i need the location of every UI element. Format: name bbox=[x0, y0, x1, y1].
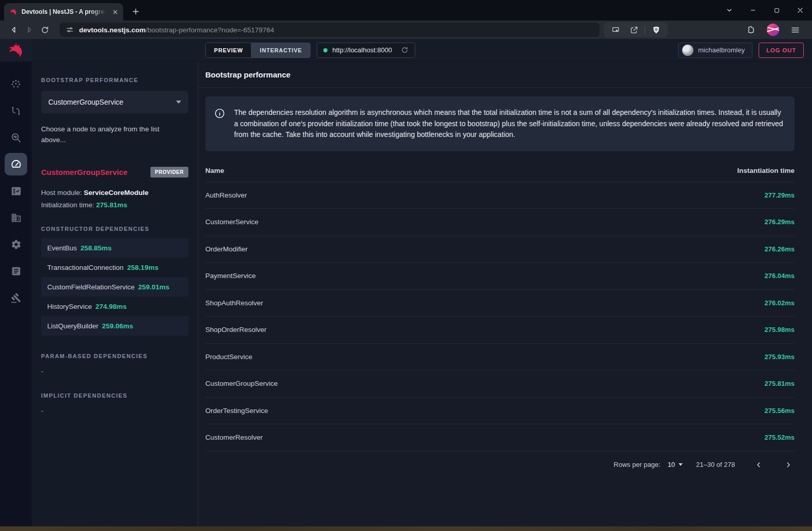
brave-shield-icon[interactable] bbox=[648, 23, 664, 37]
window-controls bbox=[718, 0, 812, 21]
node-meta: Host module: ServiceCoreModule Initializ… bbox=[41, 187, 188, 211]
target-url: http://localhost:8000 bbox=[332, 46, 392, 54]
url-path: /bootstrap-performance?node=-65179764 bbox=[146, 26, 274, 34]
init-time-label: Initialization time: bbox=[41, 201, 94, 209]
pagination: Rows per page: 10 21–30 of 278 bbox=[205, 451, 795, 478]
dependency-item[interactable]: TransactionalConnection 258.19ms bbox=[41, 258, 188, 277]
table-row[interactable]: ShopAuthResolver 276.02ms bbox=[205, 290, 795, 317]
screen: Devtools | NestJS - A progressive bbox=[0, 0, 812, 531]
panel-section-title: BOOTSTRAP PERFORMANCE bbox=[41, 77, 188, 83]
extensions-icon[interactable] bbox=[743, 23, 759, 37]
host-module-label: Host module: bbox=[41, 189, 82, 196]
app-header: PREVIEW INTERACTIVE http://localhost:800… bbox=[0, 39, 812, 62]
icon-sidebar bbox=[0, 62, 32, 526]
user-avatar bbox=[682, 45, 693, 56]
settings-icon[interactable] bbox=[5, 233, 27, 255]
tab-preview[interactable]: PREVIEW bbox=[206, 43, 251, 57]
table-row[interactable]: OrderTestingService 275.56ms bbox=[205, 398, 795, 425]
table-row[interactable]: CustomerResolver 275.52ms bbox=[205, 424, 795, 451]
table-body: AuthResolver 277.29ms CustomerService 27… bbox=[205, 182, 795, 451]
tab-search-chevron-icon[interactable] bbox=[718, 0, 741, 21]
docs-icon[interactable] bbox=[5, 260, 27, 282]
nestjs-favicon-icon bbox=[9, 8, 17, 16]
devtools-app: PREVIEW INTERACTIVE http://localhost:800… bbox=[0, 39, 812, 526]
browser-profile-avatar[interactable] bbox=[767, 24, 779, 36]
header-right: michaelbromley LOG OUT bbox=[678, 43, 812, 58]
bootstrap-performance-icon[interactable] bbox=[5, 153, 27, 175]
new-tab-button[interactable] bbox=[128, 4, 143, 18]
param-deps-value: - bbox=[41, 367, 188, 375]
toolbar-right bbox=[743, 23, 806, 37]
window-maximize-button[interactable] bbox=[765, 0, 788, 21]
reload-button[interactable] bbox=[37, 23, 52, 37]
table-row[interactable]: CustomerGroupService 275.81ms bbox=[205, 370, 795, 398]
page-title: Bootstrap performance bbox=[205, 70, 805, 79]
dependency-item[interactable]: HistoryService 274.98ms bbox=[41, 297, 188, 316]
mode-switcher: PREVIEW INTERACTIVE bbox=[205, 43, 311, 58]
info-box: The dependencies resolution algorithm is… bbox=[205, 96, 795, 151]
window-minimize-button[interactable] bbox=[741, 0, 765, 21]
back-button[interactable] bbox=[6, 23, 22, 37]
browser-tabstrip: Devtools | NestJS - A progressive bbox=[0, 0, 812, 21]
modules-icon[interactable] bbox=[5, 206, 27, 229]
dependency-item[interactable]: ListQueryBuilder 259.06ms bbox=[41, 316, 188, 336]
page-range: 21–30 of 278 bbox=[696, 461, 735, 468]
main-content: Bootstrap performance The dependencies r… bbox=[198, 62, 812, 526]
table-row[interactable]: OrderModifier 276.26ms bbox=[205, 236, 795, 263]
reading-list-icon[interactable] bbox=[608, 23, 623, 37]
menu-icon[interactable] bbox=[787, 23, 803, 37]
node-select-value: CustomerGroupService bbox=[48, 98, 123, 106]
table-row[interactable]: AuthResolver 277.29ms bbox=[205, 182, 795, 209]
host-module-value: ServiceCoreModule bbox=[84, 189, 148, 196]
refresh-target-icon[interactable] bbox=[401, 46, 409, 54]
browser-toolbar: devtools.nestjs.com/bootstrap-performanc… bbox=[0, 21, 812, 39]
provider-badge: PROVIDER bbox=[150, 167, 188, 178]
implicit-deps-title: IMPLICIT DEPENDENCIES bbox=[41, 392, 188, 399]
main-scroll: The dependencies resolution algorithm is… bbox=[198, 88, 812, 478]
tab-close-icon[interactable] bbox=[110, 7, 120, 17]
col-instantiation-time: Instantiation time bbox=[737, 167, 795, 174]
gavel-icon[interactable] bbox=[5, 286, 27, 309]
target-url-field[interactable]: http://localhost:8000 bbox=[317, 43, 415, 58]
left-panel: BOOTSTRAP PERFORMANCE CustomerGroupServi… bbox=[32, 62, 198, 526]
param-deps-title: PARAM-BASED DEPENDENCIES bbox=[41, 353, 188, 359]
user-chip[interactable]: michaelbromley bbox=[678, 43, 752, 58]
info-text: The dependencies resolution algorithm is… bbox=[234, 107, 785, 141]
table-row[interactable]: ShopOrderResolver 275.98ms bbox=[205, 317, 795, 344]
nestjs-logo-icon bbox=[0, 39, 32, 62]
username: michaelbromley bbox=[698, 46, 745, 54]
node-select[interactable]: CustomerGroupService bbox=[41, 91, 188, 113]
prev-page-button[interactable] bbox=[752, 459, 765, 471]
constructor-deps-list: EventBus 258.85ms TransactionalConnectio… bbox=[41, 238, 188, 336]
dependency-item[interactable]: EventBus 258.85ms bbox=[41, 238, 188, 258]
node-name: CustomerGroupService bbox=[41, 168, 127, 176]
constructor-deps-title: CONSTRUCTOR DEPENDENCIES bbox=[41, 226, 188, 232]
insights-icon[interactable] bbox=[5, 126, 27, 149]
table-row[interactable]: ProductService 275.93ms bbox=[205, 344, 795, 371]
browser-tab[interactable]: Devtools | NestJS - A progressive bbox=[4, 3, 123, 21]
chevron-down-icon bbox=[176, 101, 181, 104]
col-name: Name bbox=[205, 167, 224, 174]
app-body: BOOTSTRAP PERFORMANCE CustomerGroupServi… bbox=[0, 62, 812, 526]
routes-icon[interactable] bbox=[5, 100, 27, 122]
main-title-row: Bootstrap performance bbox=[198, 62, 812, 88]
table-row[interactable]: PaymentService 276.04ms bbox=[205, 263, 795, 290]
rows-per-page-select[interactable]: 10 bbox=[668, 461, 683, 468]
init-time-value: 275.81ms bbox=[96, 201, 127, 209]
dependency-item[interactable]: CustomFieldRelationService 259.01ms bbox=[41, 277, 188, 297]
logout-button[interactable]: LOG OUT bbox=[759, 43, 804, 58]
desktop-wallpaper-strip bbox=[0, 526, 812, 531]
window-close-button[interactable] bbox=[788, 0, 812, 21]
next-page-button[interactable] bbox=[782, 459, 795, 471]
info-icon bbox=[214, 108, 225, 141]
graph-icon[interactable] bbox=[5, 73, 27, 95]
connection-status-dot bbox=[323, 48, 327, 52]
audit-icon[interactable] bbox=[5, 180, 27, 202]
url-bar[interactable]: devtools.nestjs.com/bootstrap-performanc… bbox=[60, 23, 600, 37]
forward-button[interactable] bbox=[22, 23, 37, 37]
table-row[interactable]: CustomerService 276.29ms bbox=[205, 209, 795, 236]
site-settings-icon[interactable] bbox=[66, 26, 74, 34]
tab-interactive[interactable]: INTERACTIVE bbox=[251, 43, 310, 57]
share-icon[interactable] bbox=[626, 23, 642, 37]
toolbar-cluster bbox=[604, 22, 668, 37]
